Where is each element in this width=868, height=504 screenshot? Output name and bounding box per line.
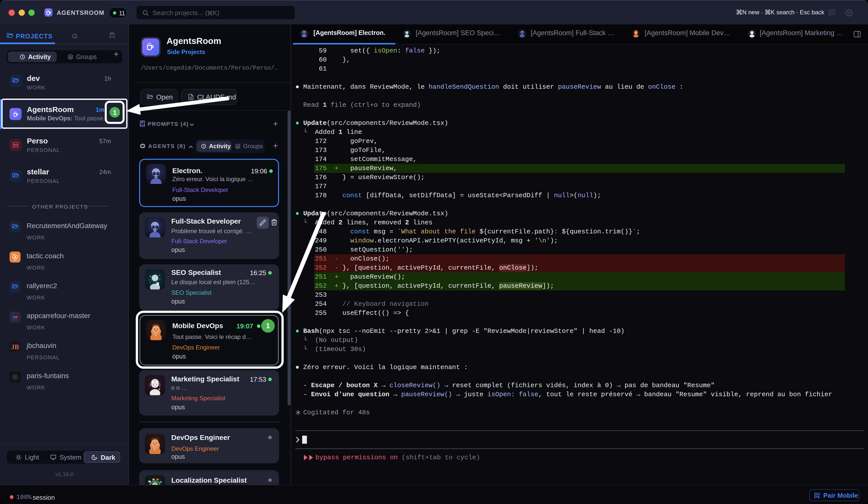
- svg-text:1: 1: [113, 109, 116, 116]
